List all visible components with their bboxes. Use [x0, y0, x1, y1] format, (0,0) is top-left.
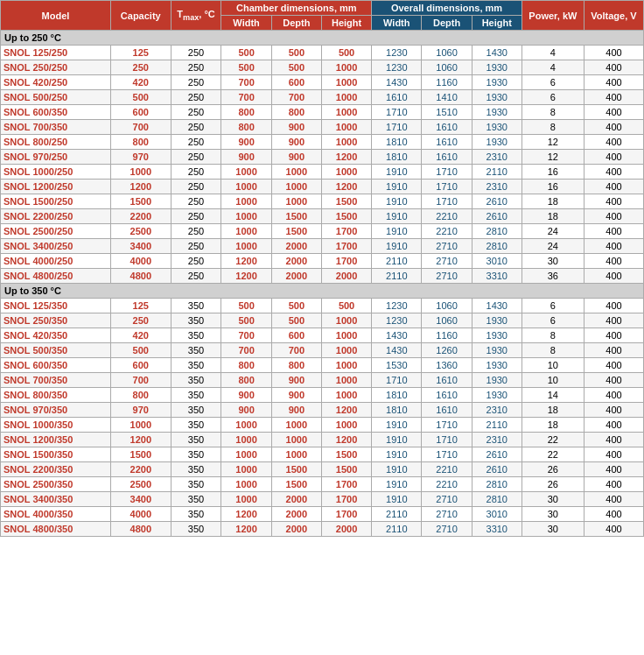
- table-cell: 6: [522, 299, 584, 313]
- table-cell: 26: [522, 477, 584, 492]
- table-cell: 4800: [110, 522, 171, 537]
- table-cell: 6: [522, 90, 584, 105]
- table-cell: 1930: [472, 75, 522, 90]
- table-cell: 1000: [321, 418, 371, 433]
- table-cell: 1930: [472, 328, 522, 343]
- col-header-capacity: Capacity: [110, 1, 171, 31]
- table-cell: 1610: [422, 135, 472, 150]
- table-row: SNOL 500/2505002507007001000161014101930…: [1, 90, 644, 105]
- col-header-odepth: Depth: [422, 16, 472, 31]
- table-cell: 250: [110, 313, 171, 328]
- table-cell: SNOL 800/250: [1, 135, 111, 150]
- table-cell: 2000: [321, 522, 371, 537]
- table-cell: 4: [522, 46, 584, 60]
- table-cell: 250: [171, 150, 221, 165]
- table-row: SNOL 2200/250220025010001500150019102210…: [1, 209, 644, 224]
- table-cell: 1910: [372, 492, 422, 507]
- table-cell: 3010: [472, 507, 522, 522]
- table-cell: 400: [584, 120, 643, 135]
- table-row: SNOL 970/3509703509009001200181016102310…: [1, 403, 644, 418]
- table-cell: 1610: [422, 388, 472, 403]
- table-cell: 30: [522, 522, 584, 537]
- table-cell: 1910: [372, 239, 422, 254]
- table-cell: 500: [271, 60, 321, 75]
- table-cell: 1200: [221, 522, 271, 537]
- table-cell: 2610: [472, 447, 522, 462]
- table-cell: 16: [522, 165, 584, 180]
- table-cell: 970: [110, 150, 171, 165]
- table-cell: 500: [110, 90, 171, 105]
- table-cell: 400: [584, 46, 643, 60]
- table-cell: 1610: [422, 120, 472, 135]
- table-cell: 1810: [372, 403, 422, 418]
- table-cell: 1500: [271, 477, 321, 492]
- table-cell: 1930: [472, 135, 522, 150]
- table-cell: 2000: [271, 254, 321, 269]
- table-row: SNOL 1200/250120025010001000120019101710…: [1, 180, 644, 194]
- table-cell: 250: [171, 90, 221, 105]
- table-cell: 2710: [422, 492, 472, 507]
- table-cell: SNOL 1500/250: [1, 194, 111, 209]
- table-cell: 400: [584, 180, 643, 194]
- table-cell: 250: [171, 209, 221, 224]
- table-cell: SNOL 3400/350: [1, 492, 111, 507]
- table-cell: 1200: [221, 254, 271, 269]
- table-cell: 2210: [422, 477, 472, 492]
- col-header-voltage: Voltage, V: [584, 1, 643, 31]
- table-cell: 1000: [321, 165, 371, 180]
- table-cell: 1000: [221, 180, 271, 194]
- table-cell: 2000: [271, 522, 321, 537]
- table-cell: 400: [584, 433, 643, 447]
- table-cell: 1000: [271, 447, 321, 462]
- col-header-overall: Overall dimensions, mm: [372, 1, 522, 16]
- table-cell: 18: [522, 209, 584, 224]
- table-cell: 1000: [271, 433, 321, 447]
- table-cell: 400: [584, 477, 643, 492]
- table-cell: 900: [221, 388, 271, 403]
- table-row: SNOL 500/3505003507007001000143012601930…: [1, 343, 644, 358]
- table-cell: 24: [522, 239, 584, 254]
- table-cell: 1910: [372, 418, 422, 433]
- table-cell: 1910: [372, 209, 422, 224]
- table-cell: 350: [171, 418, 221, 433]
- table-row: SNOL 700/3507003508009001000171016101930…: [1, 373, 644, 388]
- table-cell: 1500: [321, 462, 371, 477]
- table-cell: 18: [522, 194, 584, 209]
- table-cell: SNOL 125/350: [1, 299, 111, 313]
- table-cell: 1000: [321, 343, 371, 358]
- table-cell: SNOL 600/350: [1, 105, 111, 120]
- table-cell: 1200: [321, 150, 371, 165]
- table-cell: 500: [321, 46, 371, 60]
- main-table: Model Capacity Tmax, °C Chamber dimensio…: [0, 0, 644, 537]
- table-cell: 2210: [422, 224, 472, 239]
- table-cell: 14: [522, 388, 584, 403]
- table-cell: 2200: [110, 209, 171, 224]
- table-cell: 2710: [422, 522, 472, 537]
- table-cell: 2110: [372, 522, 422, 537]
- table-cell: 1000: [221, 492, 271, 507]
- table-cell: 400: [584, 447, 643, 462]
- table-cell: 900: [271, 373, 321, 388]
- table-cell: 2000: [271, 269, 321, 284]
- table-cell: 500: [221, 313, 271, 328]
- table-cell: 420: [110, 328, 171, 343]
- table-cell: 1000: [271, 165, 321, 180]
- table-row: SNOL 600/3506003508008001000153013601930…: [1, 358, 644, 373]
- table-cell: 2710: [422, 269, 472, 284]
- table-cell: 1000: [221, 462, 271, 477]
- table-cell: SNOL 420/350: [1, 328, 111, 343]
- table-cell: 250: [171, 105, 221, 120]
- table-cell: 1060: [422, 46, 472, 60]
- table-row: SNOL 3400/250340025010002000170019102710…: [1, 239, 644, 254]
- table-cell: 1000: [221, 418, 271, 433]
- table-cell: 1200: [221, 269, 271, 284]
- table-cell: 400: [584, 343, 643, 358]
- table-cell: 2310: [472, 403, 522, 418]
- table-cell: 1810: [372, 150, 422, 165]
- table-cell: 1910: [372, 165, 422, 180]
- table-row: SNOL 250/3502503505005001000123010601930…: [1, 313, 644, 328]
- table-cell: 400: [584, 388, 643, 403]
- table-cell: SNOL 420/250: [1, 75, 111, 90]
- table-cell: 400: [584, 313, 643, 328]
- table-cell: 1000: [321, 60, 371, 75]
